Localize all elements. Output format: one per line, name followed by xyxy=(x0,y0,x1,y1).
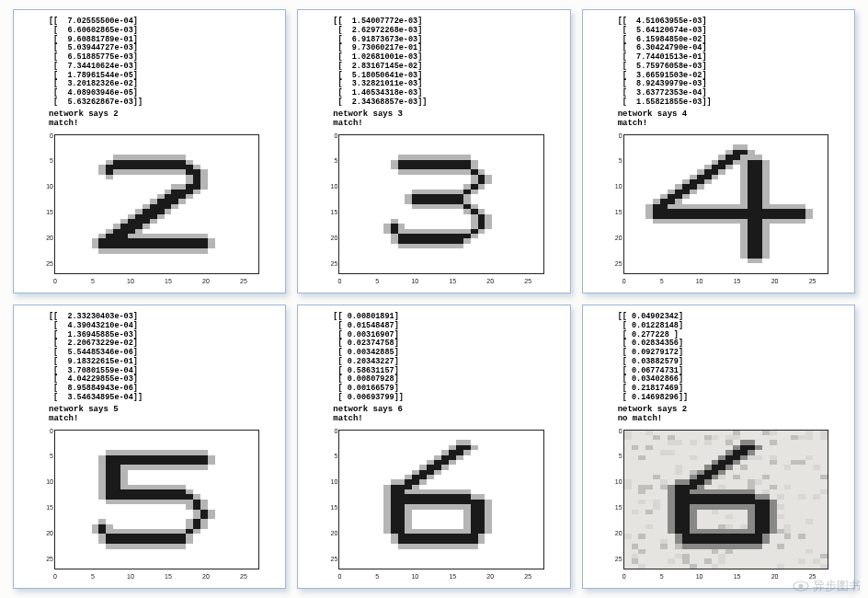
x-tick: 20 xyxy=(771,278,779,284)
x-tick: 15 xyxy=(165,573,172,580)
match-status: match! xyxy=(618,119,847,128)
x-tick: 25 xyxy=(240,278,247,284)
watermark: 异步图书 xyxy=(793,578,861,594)
y-tick: 5 xyxy=(610,453,622,459)
x-tick: 5 xyxy=(91,278,95,284)
y-tick: 20 xyxy=(40,530,53,536)
match-status: match! xyxy=(333,119,562,128)
x-tick: 5 xyxy=(375,573,379,580)
pixel-grid xyxy=(624,135,828,273)
y-tick: 5 xyxy=(40,453,53,459)
plot-axes: 05101520250510152025 xyxy=(54,134,259,274)
x-tick: 25 xyxy=(240,573,247,580)
x-tick: 10 xyxy=(127,573,134,580)
y-tick: 0 xyxy=(325,427,337,433)
x-tick: 0 xyxy=(337,573,341,580)
output-panel-4: [[ 0.00801891] [ 0.01548487] [ 0.0031690… xyxy=(297,305,570,589)
network-prediction: network says 6 xyxy=(333,405,562,414)
y-tick: 0 xyxy=(610,427,622,433)
y-tick: 0 xyxy=(40,427,53,433)
y-tick: 5 xyxy=(325,157,337,164)
output-panel-1: [[ 1.54007772e-03] [ 2.62972268e-03] [ 6… xyxy=(297,9,570,293)
output-panel-0: [[ 7.02555500e-04] [ 6.60602865e-03] [ 9… xyxy=(13,9,286,293)
y-tick: 25 xyxy=(325,555,337,561)
y-tick: 0 xyxy=(40,132,53,138)
y-tick: 15 xyxy=(40,209,53,215)
digit-plot: 05101520250510152025 xyxy=(623,430,838,582)
probability-array: [[ 4.51063955e-03] [ 5.64120674e-03] [ 6… xyxy=(618,17,847,108)
digit-plot: 05101520250510152025 xyxy=(338,430,553,582)
y-tick: 0 xyxy=(610,132,622,138)
x-tick: 20 xyxy=(486,573,494,580)
y-tick: 10 xyxy=(610,478,622,485)
x-tick: 25 xyxy=(524,278,531,284)
y-tick: 10 xyxy=(325,183,337,190)
y-tick: 10 xyxy=(610,183,622,190)
plot-axes: 05101520250510152025 xyxy=(54,430,259,569)
pixel-grid xyxy=(339,431,542,569)
y-tick: 10 xyxy=(325,478,337,485)
network-prediction: network says 2 xyxy=(49,109,278,119)
x-tick: 0 xyxy=(622,573,626,580)
x-tick: 5 xyxy=(660,278,664,284)
plot-axes: 05101520250510152025 xyxy=(623,134,828,274)
y-tick: 10 xyxy=(40,478,53,485)
output-panel-3: [[ 2.33230403e-03] [ 4.39043210e-04] [ 1… xyxy=(13,305,286,589)
y-tick: 5 xyxy=(610,157,622,164)
watermark-text: 异步图书 xyxy=(813,578,861,594)
pixel-grid xyxy=(55,431,258,569)
plot-axes: 05101520250510152025 xyxy=(338,430,543,569)
pixel-grid xyxy=(624,431,828,569)
x-tick: 10 xyxy=(696,573,703,580)
probability-array: [[ 0.04902342] [ 0.01228148] [ 0.277228 … xyxy=(618,313,847,403)
x-tick: 0 xyxy=(53,573,57,580)
digit-plot: 05101520250510152025 xyxy=(338,134,553,287)
x-tick: 10 xyxy=(411,573,418,580)
x-tick: 25 xyxy=(809,278,817,284)
x-tick: 10 xyxy=(127,278,134,284)
x-tick: 20 xyxy=(202,573,210,580)
y-tick: 25 xyxy=(40,259,53,266)
digit-plot: 05101520250510152025 xyxy=(623,134,838,287)
y-tick: 0 xyxy=(325,132,337,138)
x-tick: 5 xyxy=(375,278,379,284)
y-tick: 20 xyxy=(40,235,53,241)
y-tick: 15 xyxy=(610,209,622,215)
plot-axes: 05101520250510152025 xyxy=(338,134,543,274)
output-panel-5: [[ 0.04902342] [ 0.01228148] [ 0.277228 … xyxy=(582,305,855,589)
y-tick: 15 xyxy=(40,504,53,511)
y-tick: 25 xyxy=(325,259,337,266)
match-status: match! xyxy=(49,119,278,128)
digit-plot: 05101520250510152025 xyxy=(54,134,268,287)
x-tick: 25 xyxy=(524,573,531,580)
pixel-grid xyxy=(339,135,542,273)
y-tick: 20 xyxy=(325,530,337,536)
output-panel-2: [[ 4.51063955e-03] [ 5.64120674e-03] [ 6… xyxy=(582,9,855,293)
network-prediction: network says 4 xyxy=(618,109,847,119)
match-status: match! xyxy=(333,414,562,423)
probability-array: [[ 7.02555500e-04] [ 6.60602865e-03] [ 9… xyxy=(49,17,278,108)
x-tick: 10 xyxy=(411,278,418,284)
match-status: no match! xyxy=(618,414,847,423)
x-tick: 5 xyxy=(660,573,664,580)
y-tick: 20 xyxy=(610,530,622,536)
y-tick: 25 xyxy=(610,259,622,266)
y-tick: 15 xyxy=(325,504,337,511)
x-tick: 20 xyxy=(202,278,210,284)
network-prediction: network says 3 xyxy=(333,109,562,119)
x-tick: 0 xyxy=(622,278,626,284)
x-tick: 15 xyxy=(734,573,741,580)
y-tick: 25 xyxy=(40,555,53,561)
y-tick: 25 xyxy=(610,555,622,561)
network-prediction: network says 2 xyxy=(618,405,847,414)
svg-point-1 xyxy=(799,584,804,589)
x-tick: 10 xyxy=(696,278,703,284)
match-status: match! xyxy=(49,414,278,423)
y-tick: 5 xyxy=(325,453,337,459)
x-tick: 0 xyxy=(53,278,57,284)
y-tick: 10 xyxy=(40,183,53,190)
pixel-grid xyxy=(55,135,258,273)
y-tick: 20 xyxy=(610,235,622,241)
probability-array: [[ 2.33230403e-03] [ 4.39043210e-04] [ 1… xyxy=(49,313,278,403)
plot-axes: 05101520250510152025 xyxy=(623,430,828,569)
